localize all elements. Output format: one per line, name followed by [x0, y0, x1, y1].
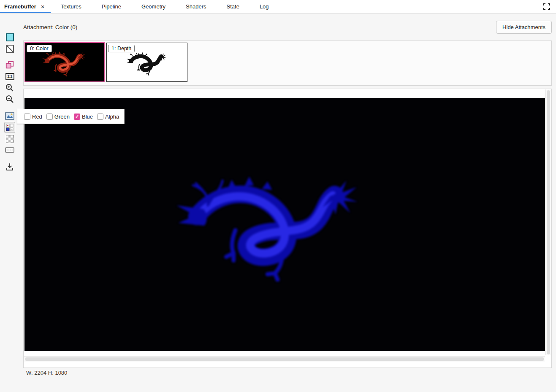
- image-view-button[interactable]: [4, 111, 15, 122]
- vertical-scrollbar-thumb[interactable]: [547, 90, 550, 354]
- color-channels-button[interactable]: [4, 122, 15, 133]
- zoom-in-button[interactable]: [4, 82, 15, 93]
- overlap-windows-button[interactable]: [4, 59, 15, 70]
- zoom-out-button[interactable]: [4, 94, 15, 105]
- tab-label: Textures: [61, 3, 81, 10]
- zoom-out-icon: [5, 95, 14, 103]
- channel-label: Red: [32, 114, 42, 120]
- tab-label: Shaders: [186, 3, 206, 10]
- tab-framebuffer[interactable]: Framebuffer ×: [0, 0, 51, 13]
- attachment-thumbnail-depth[interactable]: 1: Depth: [106, 43, 187, 82]
- attachment-title: Attachment: Color (0): [23, 24, 77, 30]
- tab-label: Framebuffer: [4, 3, 36, 10]
- image-dimensions-status: W: 2204 H: 1080: [26, 370, 67, 376]
- tab-textures[interactable]: Textures: [51, 0, 92, 13]
- channel-label: Blue: [82, 114, 93, 120]
- vertical-scrollbar[interactable]: [545, 89, 551, 355]
- checkbox-icon[interactable]: [46, 114, 53, 120]
- checkbox-icon[interactable]: [97, 114, 103, 120]
- checkerboard-icon: [6, 135, 14, 143]
- attachment-thumbnail-color[interactable]: 0: Color: [24, 42, 105, 82]
- channel-label: Green: [54, 114, 70, 120]
- horizontal-scrollbar[interactable]: [24, 356, 545, 362]
- fullscreen-icon[interactable]: [543, 3, 551, 11]
- framebuffer-image[interactable]: [24, 98, 545, 351]
- tab-bar: Framebuffer × Textures Pipeline Geometry…: [0, 0, 556, 14]
- channel-toggle-toolbar: Red Green Blue Alpha: [17, 109, 125, 124]
- range-button[interactable]: [4, 145, 15, 156]
- tab-label: Geometry: [141, 3, 165, 10]
- channel-checkbox-blue[interactable]: Blue: [74, 114, 93, 120]
- framebuffer-viewport: [23, 89, 552, 368]
- image-icon: [5, 112, 14, 120]
- tab-log[interactable]: Log: [250, 0, 279, 13]
- color-swatch-button[interactable]: [4, 32, 15, 43]
- save-icon: [5, 163, 14, 171]
- no-color-swatch-button[interactable]: [4, 43, 15, 54]
- depth-attachment-preview: [124, 49, 170, 76]
- channel-checkbox-green[interactable]: Green: [46, 114, 70, 120]
- overlap-windows-icon: [5, 60, 14, 70]
- color-swatch-icon: [6, 33, 14, 41]
- hide-attachments-button[interactable]: Hide Attachments: [496, 21, 552, 34]
- close-icon[interactable]: ×: [41, 3, 45, 10]
- tab-label: State: [227, 3, 239, 10]
- one-to-one-zoom-button[interactable]: 1:1: [4, 71, 15, 82]
- horizontal-scrollbar-thumb[interactable]: [25, 357, 544, 361]
- one-to-one-icon: 1:1: [5, 73, 14, 80]
- attachment-thumbnail-label: 1: Depth: [108, 45, 135, 52]
- attachments-strip: 0: Color 1: Depth: [23, 41, 552, 86]
- range-icon: [5, 147, 14, 153]
- save-image-button[interactable]: [4, 162, 15, 173]
- checkerboard-background-button[interactable]: [4, 133, 15, 144]
- tab-state[interactable]: State: [217, 0, 250, 13]
- tab-label: Pipeline: [102, 3, 121, 10]
- attachments-header: Attachment: Color (0) Hide Attachments: [23, 19, 552, 35]
- tab-shaders[interactable]: Shaders: [176, 0, 216, 13]
- side-toolbar: 1:1: [0, 13, 19, 392]
- zoom-in-icon: [5, 84, 14, 92]
- channel-checkbox-alpha[interactable]: Alpha: [97, 114, 119, 120]
- tab-pipeline[interactable]: Pipeline: [92, 0, 131, 13]
- channel-label: Alpha: [105, 114, 119, 120]
- frame-debugger-window: Framebuffer × Textures Pipeline Geometry…: [0, 0, 556, 392]
- no-color-swatch-icon: [6, 45, 14, 53]
- blue-channel-render: [164, 160, 375, 284]
- checkbox-icon[interactable]: [24, 114, 30, 120]
- channel-checkbox-red[interactable]: Red: [24, 114, 42, 120]
- attachment-thumbnail-label: 0: Color: [27, 45, 52, 52]
- color-channels-icon: [6, 124, 14, 131]
- tab-geometry[interactable]: Geometry: [131, 0, 176, 13]
- tab-label: Log: [260, 3, 269, 10]
- checkbox-icon[interactable]: [74, 114, 80, 120]
